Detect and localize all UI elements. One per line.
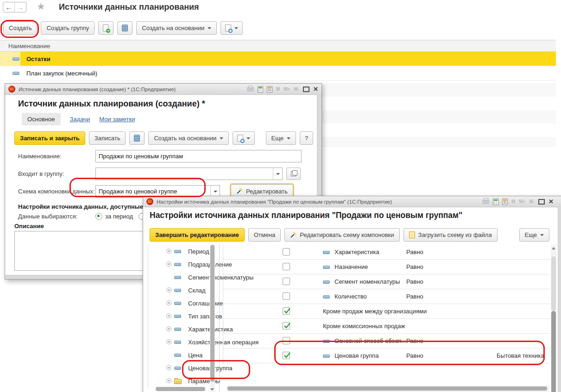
tree-item[interactable]: Склад <box>148 284 210 297</box>
close-icon[interactable]: ✕ <box>313 86 318 92</box>
filters-vscrollbar-thumb[interactable] <box>551 311 556 392</box>
filter-value[interactable]: Бытовая техника <box>497 352 544 359</box>
filter-checkbox[interactable] <box>283 352 290 359</box>
row-name-cell[interactable]: Остатки <box>20 52 556 66</box>
expand-icon[interactable] <box>166 326 171 331</box>
tree-item[interactable]: Характеристика <box>148 323 210 336</box>
radio-for-period-label[interactable]: за период <box>105 213 133 220</box>
scroll-up-icon[interactable] <box>552 247 555 249</box>
calendar-icon[interactable]: 31 <box>267 86 272 93</box>
scroll-down-icon[interactable] <box>210 388 214 391</box>
tree-item[interactable]: Тип запасов <box>148 310 210 323</box>
expand-icon[interactable] <box>166 339 171 344</box>
load-schema-button[interactable]: Загрузить схему из файла <box>403 228 498 242</box>
table-header-row[interactable]: Наименование <box>0 40 556 52</box>
tree-item-label[interactable]: Параметры <box>188 378 220 385</box>
help-button[interactable]: ? <box>300 131 313 145</box>
expand-icon[interactable] <box>166 287 171 292</box>
filter-operator[interactable]: Равно <box>406 249 423 255</box>
column-header-name[interactable]: Наименование <box>0 43 50 50</box>
filters-vscrollbar-upper[interactable] <box>551 256 556 311</box>
tree-item[interactable]: Сегмент номенклатуры <box>148 271 210 284</box>
group-open-button[interactable] <box>286 168 301 180</box>
tree-item[interactable]: Период <box>148 245 210 258</box>
forward-button[interactable]: → <box>15 2 26 12</box>
tab-my-notes[interactable]: Мои заметки <box>99 116 135 123</box>
memory-recall-button[interactable]: M <box>276 87 280 92</box>
panel-splitter[interactable] <box>219 245 220 392</box>
expand-icon[interactable] <box>166 313 171 318</box>
filter-row[interactable]: Количество Равно <box>223 289 550 304</box>
tree-item[interactable]: Цена <box>148 348 210 361</box>
filter-label[interactable]: Основной способ обесп... <box>334 337 406 344</box>
print-icon[interactable] <box>482 199 489 204</box>
filter-operator[interactable]: Равно <box>406 337 423 344</box>
tree-vertical-scrollbar[interactable] <box>210 245 215 392</box>
filters-hscrollbar-thumb[interactable] <box>227 386 547 391</box>
filter-label[interactable]: Характеристика <box>334 249 379 255</box>
filters-horizontal-scrollbar[interactable] <box>227 386 549 392</box>
tree-item-label[interactable]: Период <box>188 248 209 255</box>
cancel-button[interactable]: Отмена <box>248 228 281 242</box>
filter-label[interactable]: Сегмент номенклатуры <box>334 278 400 285</box>
filter-row[interactable]: Характеристика Равно <box>223 245 550 260</box>
filter-label[interactable]: Кроме комиссионных продаж <box>323 323 405 330</box>
create-button[interactable]: Создать <box>3 21 37 35</box>
create-based-on-button[interactable]: Создать на основании <box>136 21 217 35</box>
tree-item-label[interactable]: Соглашение <box>188 300 223 307</box>
copy-item-button[interactable] <box>98 21 113 35</box>
expand-icon[interactable] <box>166 261 171 267</box>
list-view-button[interactable] <box>117 21 132 35</box>
calendar-icon[interactable]: 31 <box>502 199 508 205</box>
print-icon[interactable] <box>247 87 254 92</box>
maximize-icon[interactable] <box>538 199 545 205</box>
group-dropdown-button[interactable] <box>273 168 282 180</box>
filter-label[interactable]: Количество <box>334 293 367 300</box>
save-button[interactable]: Записать <box>89 131 126 145</box>
more-button[interactable]: Еще <box>519 228 549 242</box>
filter-row[interactable]: Сегмент номенклатуры Равно <box>223 274 550 289</box>
filter-label[interactable]: Кроме продаж между организациями <box>323 308 427 315</box>
tree-horizontal-scrollbar[interactable] <box>156 387 205 391</box>
tree-item-label[interactable]: Тип запасов <box>188 313 222 320</box>
tab-main[interactable]: Основное <box>22 113 61 125</box>
filter-checkbox[interactable] <box>283 248 290 255</box>
history-menu-button[interactable] <box>233 131 255 145</box>
tree-scrollbar-thumb[interactable] <box>210 245 214 382</box>
tree-item[interactable]: Соглашение <box>148 297 210 310</box>
create-group-button[interactable]: Создать группу <box>41 21 95 35</box>
back-button[interactable]: ← <box>3 2 15 12</box>
tree-item[interactable]: Хозяйственная операция <box>148 336 210 348</box>
more-button[interactable]: Еще <box>266 131 296 145</box>
row-name-cell[interactable]: План закупок (месячный) <box>20 66 556 80</box>
table-row[interactable]: План закупок (месячный) <box>0 66 556 81</box>
filter-row[interactable]: Назначение Равно <box>223 260 550 274</box>
tree-item[interactable]: Параметры <box>148 374 210 387</box>
filter-checkbox[interactable] <box>283 322 290 330</box>
memory-plus-button[interactable]: M+ <box>519 199 525 204</box>
filter-label[interactable]: Назначение <box>334 263 368 270</box>
filter-operator[interactable]: Равно <box>406 293 423 300</box>
dialog2-titlebar[interactable]: 1С Настройки источника данных планирован… <box>143 196 561 207</box>
create-based-on-button[interactable]: Создать на основании <box>148 131 229 145</box>
maximize-icon[interactable] <box>303 87 309 92</box>
edit-composition-schema-button[interactable]: Редактировать схему компоновки <box>284 228 399 242</box>
expand-icon[interactable] <box>166 378 171 383</box>
history-menu-button[interactable] <box>221 21 243 35</box>
name-input[interactable] <box>96 150 301 162</box>
dialog1-titlebar[interactable]: 1С Источник данных планирования (создани… <box>5 84 321 95</box>
tab-tasks[interactable]: Задачи <box>70 116 90 123</box>
filter-checkbox[interactable] <box>283 307 290 315</box>
filter-row[interactable]: Ценовая группа Равно Бытовая техника <box>223 348 550 363</box>
radio-for-period[interactable] <box>95 213 102 220</box>
expand-icon[interactable] <box>166 365 171 370</box>
memory-minus-button[interactable]: M- <box>529 199 535 204</box>
finish-editing-button[interactable]: Завершить редактирование <box>150 228 245 242</box>
calculator-icon[interactable] <box>258 86 263 93</box>
filter-operator[interactable]: Равно <box>406 278 423 285</box>
favorite-star-icon[interactable]: ★ <box>37 1 45 12</box>
filter-checkbox[interactable] <box>283 278 290 285</box>
filter-operator[interactable]: Равно <box>406 352 423 359</box>
filter-checkbox[interactable] <box>283 292 290 300</box>
tree-item-label[interactable]: Склад <box>188 287 206 294</box>
